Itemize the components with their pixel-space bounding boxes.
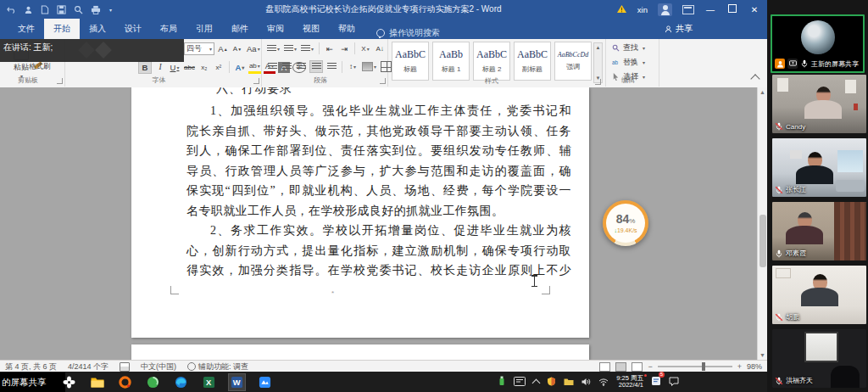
close-button[interactable]: ✕ bbox=[748, 5, 760, 14]
participant-tile-2[interactable]: Candy bbox=[772, 75, 866, 133]
touch-mode-icon[interactable] bbox=[24, 5, 33, 14]
folder-tray-icon[interactable] bbox=[564, 374, 574, 389]
accessibility-status[interactable]: 辅助功能: 调查 bbox=[198, 361, 248, 372]
tab-视图[interactable]: 视图 bbox=[293, 19, 329, 39]
scroll-up-icon[interactable]: ▲ bbox=[760, 89, 765, 95]
next-page-top[interactable] bbox=[131, 344, 589, 360]
participant-tile-5[interactable]: 胡鹏 bbox=[772, 266, 866, 324]
web-layout-icon[interactable] bbox=[632, 362, 643, 372]
zoom-slider-thumb[interactable] bbox=[702, 362, 705, 371]
tab-邮件[interactable]: 邮件 bbox=[222, 19, 258, 39]
scroll-down-icon[interactable]: ▼ bbox=[760, 352, 765, 358]
network-icon[interactable] bbox=[598, 374, 609, 389]
style-card-强调[interactable]: AaBbCcDd强调 bbox=[554, 42, 592, 81]
usb-tray-icon[interactable] bbox=[498, 374, 506, 389]
download-progress-widget[interactable]: 84% ↓19.4K/s bbox=[603, 200, 648, 246]
page-indicator[interactable]: 第 4 页, 共 6 页 bbox=[5, 361, 57, 372]
print-layout-icon[interactable] bbox=[615, 362, 626, 372]
new-document-icon[interactable] bbox=[41, 5, 49, 14]
style-card-标题 1[interactable]: AaBb标题 1 bbox=[432, 42, 470, 81]
security-tray-icon[interactable] bbox=[547, 374, 556, 389]
underline-button[interactable]: U▾ bbox=[169, 62, 181, 73]
superscript-button[interactable]: x² bbox=[213, 62, 225, 73]
tab-布局[interactable]: 布局 bbox=[151, 19, 186, 39]
zoom-level[interactable]: 98% bbox=[747, 362, 762, 371]
vertical-scrollbar[interactable]: ▲ ▼ bbox=[757, 87, 767, 360]
justify-button[interactable] bbox=[309, 60, 323, 73]
action-center-icon[interactable] bbox=[669, 374, 679, 389]
editing-选择[interactable]: 选择▾ bbox=[612, 71, 645, 82]
style-card-副标题[interactable]: AaBbC副标题 bbox=[514, 42, 551, 81]
numbering-button[interactable]: ▾ bbox=[283, 43, 298, 54]
save-icon[interactable] bbox=[57, 5, 66, 14]
language-indicator[interactable]: 中文(中国) bbox=[141, 361, 176, 372]
sort-button[interactable]: A↓ bbox=[374, 43, 386, 54]
tab-文件[interactable]: 文件 bbox=[8, 19, 44, 39]
ime-card-tray-icon[interactable] bbox=[514, 374, 526, 389]
tray-expand-chevron-icon[interactable] bbox=[532, 379, 541, 388]
text-effects-button[interactable]: A▾ bbox=[234, 62, 246, 73]
print-preview-icon[interactable] bbox=[74, 5, 83, 14]
participant-tile-3[interactable]: 张长江 bbox=[772, 138, 866, 197]
taskbar-app-word-icon[interactable]: W bbox=[229, 374, 245, 390]
font-dialog-launcher[interactable] bbox=[253, 78, 259, 84]
bold-button[interactable]: B bbox=[138, 61, 152, 74]
decrease-indent-button[interactable]: ⇤ bbox=[324, 43, 336, 54]
participant-tile-1[interactable]: 王新的屏幕共享 bbox=[771, 14, 865, 73]
line-spacing-button[interactable]: ↕▾ bbox=[347, 61, 359, 72]
align-right-button[interactable] bbox=[295, 61, 307, 72]
zoom-slider[interactable] bbox=[658, 366, 732, 367]
user-avatar[interactable] bbox=[658, 3, 672, 16]
editing-查找[interactable]: 查找▾ bbox=[612, 42, 645, 53]
taskbar-app-file-explorer-icon[interactable] bbox=[89, 374, 105, 390]
warning-icon[interactable] bbox=[616, 2, 627, 17]
taskbar-app-tencent-meeting-icon[interactable] bbox=[257, 374, 273, 390]
align-center-button[interactable] bbox=[281, 61, 292, 72]
grow-font-button[interactable]: A▲ bbox=[217, 43, 229, 54]
italic-button[interactable]: I bbox=[154, 62, 166, 73]
increase-indent-button[interactable]: ⇥ bbox=[338, 43, 350, 54]
signed-in-user[interactable]: xin bbox=[637, 5, 648, 14]
align-left-button[interactable] bbox=[266, 61, 278, 72]
strikethrough-button[interactable]: abc bbox=[183, 62, 196, 73]
document-page[interactable]: 六、行动要求 1、加强组织领导。强化毕业生就业工作主体责任，党委书记和院长亲自抓… bbox=[131, 87, 589, 338]
undo-icon[interactable] bbox=[7, 5, 16, 14]
font-size-select[interactable]: 四号▾ bbox=[184, 42, 214, 55]
tab-开始[interactable]: 开始 bbox=[44, 19, 80, 39]
taskbar-app-browser-360-icon[interactable] bbox=[117, 374, 133, 390]
tab-插入[interactable]: 插入 bbox=[80, 19, 115, 39]
zoom-in-button[interactable]: + bbox=[737, 362, 742, 371]
highlight-button[interactable]: ab▾ bbox=[248, 60, 261, 74]
volume-icon[interactable] bbox=[581, 374, 591, 389]
styles-gallery-scroll[interactable]: ▲▼ bbox=[593, 42, 603, 83]
word-count[interactable]: 4/2414 个字 bbox=[68, 361, 108, 372]
taskbar-app-pinwheel-icon[interactable] bbox=[61, 374, 77, 390]
distribute-button[interactable] bbox=[326, 61, 337, 72]
taskbar-clock[interactable]: 9:25 周五 2022/4/1 bbox=[616, 375, 643, 389]
bullets-button[interactable]: ▾ bbox=[266, 43, 281, 54]
style-card-标题[interactable]: AaBbC标题 bbox=[392, 42, 429, 81]
tab-帮助[interactable]: 帮助 bbox=[329, 19, 364, 39]
multilevel-list-button[interactable]: ▾ bbox=[300, 43, 314, 54]
chat-tray-icon[interactable]: 5 bbox=[651, 374, 661, 389]
styles-dialog-launcher[interactable] bbox=[595, 79, 601, 85]
subscript-button[interactable]: x₂ bbox=[198, 62, 210, 73]
scrollbar-thumb[interactable] bbox=[760, 215, 766, 267]
read-mode-icon[interactable] bbox=[599, 362, 610, 372]
printer-icon[interactable] bbox=[91, 5, 101, 14]
style-card-标题 2[interactable]: AaBbC标题 2 bbox=[473, 42, 510, 81]
taskbar-app-edge-icon[interactable] bbox=[173, 374, 189, 390]
ribbon-display-options-icon[interactable] bbox=[682, 5, 694, 14]
share-button[interactable]: 共享 bbox=[665, 23, 693, 35]
clipboard-dialog-launcher[interactable] bbox=[57, 78, 63, 84]
collapse-ribbon-icon[interactable] bbox=[750, 74, 760, 83]
shading-button[interactable]: ▾ bbox=[361, 61, 377, 72]
zoom-out-button[interactable]: − bbox=[648, 362, 652, 371]
maximize-button[interactable] bbox=[726, 4, 738, 14]
tab-设计[interactable]: 设计 bbox=[115, 19, 151, 39]
taskbar-app-excel-icon[interactable]: X bbox=[201, 374, 217, 390]
change-case-button[interactable]: Aa▾ bbox=[246, 43, 261, 54]
editing-替换[interactable]: ab替换▾ bbox=[612, 57, 645, 68]
qat-dropdown-icon[interactable]: ▾ bbox=[109, 7, 112, 13]
taskbar-app-security-green-icon[interactable] bbox=[145, 374, 161, 390]
